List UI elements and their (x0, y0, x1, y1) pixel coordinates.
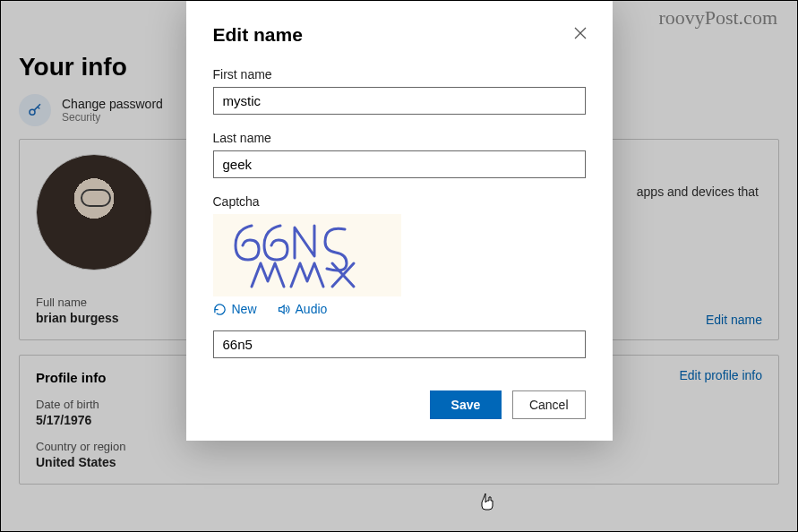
captcha-audio-link[interactable]: Audio (277, 302, 328, 316)
edit-name-modal: Edit name First name Last name Captcha (186, 1, 613, 441)
modal-overlay: Edit name First name Last name Captcha (1, 1, 797, 531)
captcha-label: Captcha (213, 194, 586, 209)
refresh-icon (213, 303, 227, 316)
close-button[interactable] (573, 26, 588, 40)
captcha-audio-label: Audio (296, 302, 328, 316)
captcha-new-link[interactable]: New (213, 302, 257, 316)
modal-title: Edit name (213, 24, 586, 46)
last-name-input[interactable] (213, 150, 586, 178)
cancel-button[interactable]: Cancel (512, 390, 586, 419)
captcha-new-label: New (232, 302, 257, 316)
first-name-label: First name (213, 67, 586, 82)
captcha-image (213, 214, 401, 296)
save-button[interactable]: Save (430, 390, 502, 419)
captcha-input[interactable] (213, 330, 586, 358)
audio-icon (277, 303, 290, 316)
first-name-input[interactable] (213, 87, 586, 115)
last-name-label: Last name (213, 131, 586, 145)
